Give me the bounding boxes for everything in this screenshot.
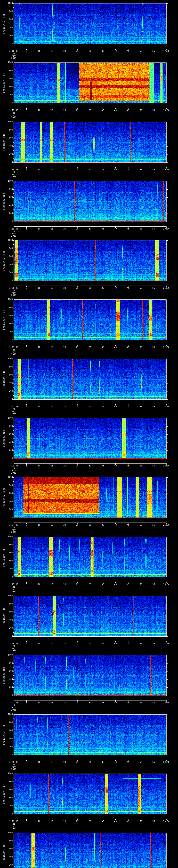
y-tick-label: 400 [0, 856, 13, 858]
spectrogram-panel: Frequency (Hz)100080060040020003:30:0051… [0, 830, 178, 868]
y-tick-label: 400 [0, 145, 13, 147]
y-tick-label: 1000 [0, 61, 13, 64]
y-tick-label: 800 [0, 840, 13, 842]
x-tick-label: 19:00 [158, 168, 174, 171]
y-axis-title: Frequency (Hz) [3, 3, 5, 44]
date-line: 2016 [6, 116, 22, 119]
y-tick-label: 0 [0, 813, 13, 815]
y-axis-title: Frequency (Hz) [3, 537, 5, 577]
y-tick-label: 1000 [0, 713, 13, 715]
y-tick-label: 800 [0, 425, 13, 427]
y-tick-label: 400 [0, 26, 13, 29]
y-axis-title: Frequency (Hz) [3, 655, 5, 695]
y-tick-label: 600 [0, 255, 13, 257]
y-tick-label: 1000 [0, 239, 13, 241]
y-tick-label: 0 [0, 339, 13, 341]
y-tick-label: 200 [0, 271, 13, 274]
y-tick-label: 600 [0, 18, 13, 21]
y-axis-title: Frequency (Hz) [3, 477, 5, 518]
y-tick-label: 600 [0, 848, 13, 850]
y-tick-label: 0 [0, 279, 13, 282]
y-tick-label: 800 [0, 662, 13, 664]
y-tick-label: 200 [0, 94, 13, 96]
y-tick-label: 1000 [0, 2, 13, 4]
x-tick-label: 24:00 [158, 465, 174, 467]
x-tick-label: 20:00 [158, 228, 174, 230]
y-tick-label: 400 [0, 441, 13, 443]
y-tick-label: 1000 [0, 417, 13, 419]
y-tick-label: 400 [0, 678, 13, 680]
spectrogram-panel: Frequency (Hz)100080060040020003:18:0051… [0, 119, 178, 178]
y-tick-label: 200 [0, 331, 13, 333]
y-axis-title: Frequency (Hz) [3, 241, 5, 281]
y-tick-label: 800 [0, 69, 13, 72]
x-tick-label: 27:00 [158, 643, 174, 645]
y-tick-label: 800 [0, 484, 13, 487]
spectrogram-panel: Frequency (Hz)100080060040020003:25:0051… [0, 533, 178, 593]
spectrogram-panel: Frequency (Hz)100080060040020003:24:0051… [0, 474, 178, 533]
y-tick-label: 800 [0, 10, 13, 12]
y-tick-label: 400 [0, 204, 13, 207]
spectrogram-panel: Frequency (Hz)100080060040020003:16:0051… [0, 0, 178, 59]
date-line: 2016 [6, 709, 22, 711]
x-tick-label: 28:00 [158, 702, 174, 704]
x-tick-label: 22:00 [158, 346, 174, 348]
y-tick-label: 800 [0, 306, 13, 309]
y-tick-label: 200 [0, 390, 13, 392]
spectrogram-panel: Frequency (Hz)100080060040020003:21:0051… [0, 296, 178, 355]
y-tick-label: 0 [0, 635, 13, 637]
y-tick-label: 400 [0, 264, 13, 266]
y-tick-label: 600 [0, 314, 13, 317]
y-tick-label: 0 [0, 694, 13, 696]
y-axis-title: Frequency (Hz) [3, 122, 5, 162]
date-line: 2016 [6, 353, 22, 355]
spectrogram-panel: Frequency (Hz)100080060040020003:22:0051… [0, 355, 178, 415]
y-tick-label: 600 [0, 552, 13, 554]
date-line: 2016 [6, 531, 22, 533]
y-tick-label: 200 [0, 153, 13, 155]
y-tick-label: 800 [0, 780, 13, 783]
y-tick-label: 0 [0, 753, 13, 756]
x-tick-label: 26:00 [158, 583, 174, 586]
y-tick-label: 600 [0, 788, 13, 791]
y-tick-label: 200 [0, 686, 13, 688]
y-tick-label: 600 [0, 137, 13, 139]
spectrogram-panel: Frequency (Hz)100080060040020003:19:0051… [0, 178, 178, 237]
spectrogram-panel: Frequency (Hz)100080060040020003:23:0051… [0, 415, 178, 474]
y-tick-label: 0 [0, 42, 13, 45]
y-tick-label: 0 [0, 102, 13, 104]
x-tick-label: 17:00 [158, 50, 174, 52]
y-axis-title: Frequency (Hz) [3, 774, 5, 814]
y-tick-label: 200 [0, 864, 13, 866]
y-axis-title: Frequency (Hz) [3, 833, 5, 868]
y-tick-label: 1000 [0, 358, 13, 360]
x-tick-label: 23:00 [158, 406, 174, 408]
y-tick-label: 400 [0, 738, 13, 740]
y-tick-label: 1000 [0, 654, 13, 656]
y-axis-title: Frequency (Hz) [3, 359, 5, 399]
y-tick-label: 0 [0, 457, 13, 460]
y-tick-label: 1000 [0, 595, 13, 597]
y-tick-label: 0 [0, 161, 13, 163]
y-tick-label: 400 [0, 560, 13, 562]
y-tick-label: 1000 [0, 476, 13, 478]
x-tick-label: 18:00 [158, 109, 174, 112]
spectrogram-canvas [0, 830, 178, 868]
y-tick-label: 800 [0, 188, 13, 190]
spectrogram-panel: Frequency (Hz)100080060040020003:27:0051… [0, 652, 178, 711]
y-tick-label: 200 [0, 212, 13, 214]
y-tick-label: 0 [0, 220, 13, 222]
y-tick-label: 200 [0, 568, 13, 570]
y-tick-label: 0 [0, 398, 13, 400]
y-tick-label: 600 [0, 492, 13, 494]
y-tick-label: 1000 [0, 298, 13, 301]
y-tick-label: 200 [0, 627, 13, 629]
y-axis-title: Frequency (Hz) [3, 63, 5, 103]
spectrogram-panel: Frequency (Hz)100080060040020003:29:0051… [0, 770, 178, 830]
y-axis-title: Frequency (Hz) [3, 418, 5, 459]
x-tick-label: 29:00 [158, 761, 174, 763]
y-axis-title: Frequency (Hz) [3, 181, 5, 222]
x-tick-label: 25:00 [158, 524, 174, 526]
y-axis-title: Frequency (Hz) [3, 596, 5, 637]
y-tick-label: 1000 [0, 180, 13, 182]
